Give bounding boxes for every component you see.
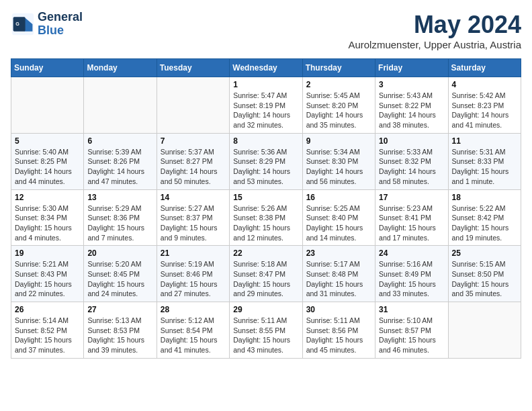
- svg-text:G: G: [15, 21, 19, 27]
- weekday-header-tuesday: Tuesday: [157, 59, 229, 77]
- calendar-week-row: 26Sunrise: 5:14 AM Sunset: 8:52 PM Dayli…: [11, 302, 521, 359]
- calendar-cell: 28Sunrise: 5:12 AM Sunset: 8:54 PM Dayli…: [157, 302, 229, 359]
- day-info: Sunrise: 5:36 AM Sunset: 8:29 PM Dayligh…: [233, 147, 298, 187]
- day-number: 1: [233, 80, 298, 89]
- calendar-cell: [157, 77, 229, 134]
- day-info: Sunrise: 5:30 AM Sunset: 8:34 PM Dayligh…: [15, 203, 80, 243]
- title-block: May 2024 Aurolzmuenster, Upper Austria, …: [348, 11, 521, 50]
- day-info: Sunrise: 5:17 AM Sunset: 8:48 PM Dayligh…: [306, 259, 371, 299]
- calendar-cell: 25Sunrise: 5:15 AM Sunset: 8:50 PM Dayli…: [448, 246, 521, 302]
- month-title: May 2024: [348, 11, 521, 39]
- day-info: Sunrise: 5:11 AM Sunset: 8:55 PM Dayligh…: [233, 316, 298, 355]
- calendar-body: 1Sunrise: 5:47 AM Sunset: 8:19 PM Daylig…: [11, 77, 521, 359]
- calendar-week-row: 12Sunrise: 5:30 AM Sunset: 8:34 PM Dayli…: [11, 189, 521, 246]
- day-info: Sunrise: 5:21 AM Sunset: 8:43 PM Dayligh…: [15, 259, 80, 299]
- day-info: Sunrise: 5:29 AM Sunset: 8:36 PM Dayligh…: [87, 203, 152, 243]
- calendar-cell: 9Sunrise: 5:34 AM Sunset: 8:30 PM Daylig…: [302, 133, 375, 189]
- weekday-header-monday: Monday: [84, 59, 157, 77]
- calendar-cell: 16Sunrise: 5:25 AM Sunset: 8:40 PM Dayli…: [302, 189, 375, 246]
- day-info: Sunrise: 5:14 AM Sunset: 8:52 PM Dayligh…: [15, 316, 80, 355]
- calendar-cell: 20Sunrise: 5:20 AM Sunset: 8:45 PM Dayli…: [84, 246, 157, 302]
- calendar-week-row: 1Sunrise: 5:47 AM Sunset: 8:19 PM Daylig…: [11, 77, 521, 134]
- day-number: 10: [379, 136, 444, 146]
- day-info: Sunrise: 5:43 AM Sunset: 8:22 PM Dayligh…: [379, 91, 444, 130]
- logo-text-blue: Blue: [38, 24, 83, 38]
- day-number: 4: [452, 80, 517, 89]
- calendar-cell: 4Sunrise: 5:42 AM Sunset: 8:23 PM Daylig…: [448, 77, 521, 134]
- logo-icon: G: [11, 12, 35, 36]
- day-info: Sunrise: 5:12 AM Sunset: 8:54 PM Dayligh…: [161, 316, 226, 355]
- calendar-table: SundayMondayTuesdayWednesdayThursdayFrid…: [11, 58, 521, 359]
- day-info: Sunrise: 5:39 AM Sunset: 8:26 PM Dayligh…: [87, 147, 152, 187]
- calendar-cell: 10Sunrise: 5:33 AM Sunset: 8:32 PM Dayli…: [375, 133, 448, 189]
- calendar-cell: 19Sunrise: 5:21 AM Sunset: 8:43 PM Dayli…: [11, 246, 84, 302]
- day-number: 15: [233, 193, 298, 202]
- calendar-cell: 27Sunrise: 5:13 AM Sunset: 8:53 PM Dayli…: [84, 302, 157, 359]
- day-info: Sunrise: 5:33 AM Sunset: 8:32 PM Dayligh…: [379, 147, 444, 187]
- day-info: Sunrise: 5:47 AM Sunset: 8:19 PM Dayligh…: [233, 91, 298, 130]
- weekday-header-sunday: Sunday: [11, 59, 84, 77]
- day-info: Sunrise: 5:40 AM Sunset: 8:25 PM Dayligh…: [15, 147, 80, 187]
- calendar-cell: [11, 77, 84, 134]
- calendar-cell: [84, 77, 157, 134]
- calendar-cell: 29Sunrise: 5:11 AM Sunset: 8:55 PM Dayli…: [230, 302, 302, 359]
- calendar-cell: 14Sunrise: 5:27 AM Sunset: 8:37 PM Dayli…: [157, 189, 229, 246]
- calendar-cell: 12Sunrise: 5:30 AM Sunset: 8:34 PM Dayli…: [11, 189, 84, 246]
- day-number: 7: [161, 136, 226, 146]
- calendar-cell: 7Sunrise: 5:37 AM Sunset: 8:27 PM Daylig…: [157, 133, 229, 189]
- day-number: 3: [379, 80, 444, 89]
- calendar-cell: 24Sunrise: 5:16 AM Sunset: 8:49 PM Dayli…: [375, 246, 448, 302]
- day-number: 28: [161, 305, 226, 314]
- calendar-cell: 11Sunrise: 5:31 AM Sunset: 8:33 PM Dayli…: [448, 133, 521, 189]
- day-number: 18: [452, 193, 517, 202]
- day-number: 13: [87, 193, 152, 202]
- day-number: 14: [161, 193, 226, 202]
- calendar-cell: 17Sunrise: 5:23 AM Sunset: 8:41 PM Dayli…: [375, 189, 448, 246]
- page-header: G General Blue May 2024 Aurolzmuenster, …: [11, 11, 521, 50]
- day-info: Sunrise: 5:23 AM Sunset: 8:41 PM Dayligh…: [379, 203, 444, 243]
- calendar-cell: 8Sunrise: 5:36 AM Sunset: 8:29 PM Daylig…: [230, 133, 302, 189]
- day-info: Sunrise: 5:19 AM Sunset: 8:46 PM Dayligh…: [161, 259, 226, 299]
- day-number: 6: [87, 136, 152, 146]
- day-number: 12: [15, 193, 80, 202]
- weekday-header-wednesday: Wednesday: [230, 59, 302, 77]
- location-subtitle: Aurolzmuenster, Upper Austria, Austria: [348, 39, 521, 50]
- day-number: 30: [306, 305, 371, 314]
- day-info: Sunrise: 5:26 AM Sunset: 8:38 PM Dayligh…: [233, 203, 298, 243]
- day-number: 9: [306, 136, 371, 146]
- day-number: 26: [15, 305, 80, 314]
- day-info: Sunrise: 5:22 AM Sunset: 8:42 PM Dayligh…: [452, 203, 517, 243]
- calendar-cell: [448, 302, 521, 359]
- day-info: Sunrise: 5:16 AM Sunset: 8:49 PM Dayligh…: [379, 259, 444, 299]
- day-number: 23: [306, 248, 371, 258]
- calendar-cell: 26Sunrise: 5:14 AM Sunset: 8:52 PM Dayli…: [11, 302, 84, 359]
- logo: G General Blue: [11, 11, 83, 38]
- day-info: Sunrise: 5:25 AM Sunset: 8:40 PM Dayligh…: [306, 203, 371, 243]
- day-number: 20: [87, 248, 152, 258]
- day-number: 24: [379, 248, 444, 258]
- day-info: Sunrise: 5:31 AM Sunset: 8:33 PM Dayligh…: [452, 147, 517, 187]
- calendar-cell: 13Sunrise: 5:29 AM Sunset: 8:36 PM Dayli…: [84, 189, 157, 246]
- day-number: 21: [161, 248, 226, 258]
- day-info: Sunrise: 5:42 AM Sunset: 8:23 PM Dayligh…: [452, 91, 517, 130]
- day-number: 16: [306, 193, 371, 202]
- calendar-cell: 30Sunrise: 5:11 AM Sunset: 8:56 PM Dayli…: [302, 302, 375, 359]
- day-info: Sunrise: 5:34 AM Sunset: 8:30 PM Dayligh…: [306, 147, 371, 187]
- weekday-header-thursday: Thursday: [302, 59, 375, 77]
- calendar-cell: 31Sunrise: 5:10 AM Sunset: 8:57 PM Dayli…: [375, 302, 448, 359]
- day-number: 25: [452, 248, 517, 258]
- day-info: Sunrise: 5:45 AM Sunset: 8:20 PM Dayligh…: [306, 91, 371, 130]
- calendar-cell: 21Sunrise: 5:19 AM Sunset: 8:46 PM Dayli…: [157, 246, 229, 302]
- day-number: 29: [233, 305, 298, 314]
- day-info: Sunrise: 5:37 AM Sunset: 8:27 PM Dayligh…: [161, 147, 226, 187]
- day-info: Sunrise: 5:11 AM Sunset: 8:56 PM Dayligh…: [306, 316, 371, 355]
- weekday-header-friday: Friday: [375, 59, 448, 77]
- calendar-cell: 23Sunrise: 5:17 AM Sunset: 8:48 PM Dayli…: [302, 246, 375, 302]
- day-number: 27: [87, 305, 152, 314]
- day-info: Sunrise: 5:10 AM Sunset: 8:57 PM Dayligh…: [379, 316, 444, 355]
- calendar-cell: 1Sunrise: 5:47 AM Sunset: 8:19 PM Daylig…: [230, 77, 302, 134]
- day-number: 11: [452, 136, 517, 146]
- calendar-cell: 15Sunrise: 5:26 AM Sunset: 8:38 PM Dayli…: [230, 189, 302, 246]
- weekday-header-saturday: Saturday: [448, 59, 521, 77]
- calendar-week-row: 19Sunrise: 5:21 AM Sunset: 8:43 PM Dayli…: [11, 246, 521, 302]
